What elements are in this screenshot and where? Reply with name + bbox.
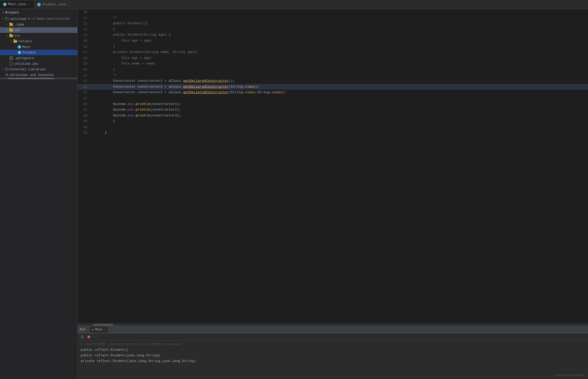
line-gutter [90, 84, 95, 90]
sidebar-scrollbar-thumb [8, 78, 54, 79]
line-gutter [90, 124, 95, 130]
gitignore-icon: ⊘ [9, 56, 13, 60]
tree-item-out[interactable]: ▸ out [0, 27, 77, 33]
tree-item-extlib[interactable]: ▸ External Libraries [0, 66, 77, 72]
line-code: /* [95, 15, 588, 21]
line-code: public Student(){ [95, 21, 588, 26]
line-code: } [95, 130, 588, 136]
tree-label-gitignore: .gitignore [14, 56, 34, 60]
line-number: 30 [78, 124, 90, 130]
arrow-student [13, 50, 17, 55]
tab-bar: J Main.java ✕ J Student.java [0, 0, 588, 9]
line-gutter [90, 32, 95, 38]
tab-main-close[interactable]: ✕ [27, 2, 31, 6]
line-code: this.age = age; [95, 38, 588, 44]
folder-icon-src [9, 34, 13, 38]
bottom-tab-label: Main [95, 328, 103, 331]
tab-main-label: Main.java [8, 2, 26, 6]
arrow-scratches [1, 73, 5, 77]
tree-label-untitled: untitled [10, 17, 26, 21]
output-line: public reflect.Student(java.lang.String) [81, 353, 585, 358]
table-row: 27 System.out.println(constructor2); [78, 107, 588, 113]
table-row: 18 this.age = age; [78, 55, 588, 61]
more-button[interactable]: ··· [93, 334, 98, 340]
line-number: 18 [78, 55, 90, 61]
tree-label-iml: untitled.iml [14, 62, 38, 66]
arrow-extlib: ▸ [1, 67, 5, 71]
tree-item-untitled[interactable]: ▾ untitled D:\1-Demo\Java\untitled [0, 16, 77, 22]
tree-item-reflect[interactable]: ▾ reflect [0, 38, 77, 44]
tree-item-gitignore[interactable]: ⊘ .gitignore [0, 55, 77, 61]
table-row: 23 Constructor constructor2 = aClass.get… [78, 84, 588, 90]
arrow-untitled: ▾ [1, 17, 5, 21]
line-code: Constructor constructor3 = aClass.getDec… [95, 90, 588, 96]
bottom-panel: Run ▶ Main ✕ ··· [78, 326, 588, 379]
tab-main[interactable]: J Main.java ✕ [0, 1, 34, 8]
tree-item-iml[interactable]: i untitled.iml [0, 61, 77, 66]
stop-button[interactable] [86, 334, 91, 340]
svg-rect-0 [6, 18, 9, 20]
extlib-icon [5, 67, 9, 71]
line-number: 26 [78, 101, 90, 107]
rerun-button[interactable] [80, 334, 85, 340]
arrow-gitignore [5, 56, 9, 60]
watermark: CSDN @UmVfX1BvaW50 [555, 374, 585, 377]
tree-label-scratches: Scratches and Consoles [10, 73, 54, 77]
content-panel: 10 11 /* 12 [78, 9, 588, 379]
line-code: Constructor constructor2 = aClass.getDec… [95, 84, 588, 90]
bottom-tab-close[interactable]: ✕ [104, 328, 105, 331]
line-code: */ [95, 73, 588, 78]
svg-point-9 [8, 75, 9, 76]
table-row: 25 [78, 96, 588, 101]
table-row: 16 } [78, 44, 588, 50]
bottom-tab-main[interactable]: ▶ Main ✕ [90, 327, 108, 333]
arrow-src: ▾ [5, 34, 9, 38]
svg-rect-1 [6, 17, 7, 18]
arrow-out: ▸ [5, 28, 9, 32]
tab-student-label: Student.java [42, 3, 66, 6]
tree-item-idea[interactable]: ▸ .idea [0, 22, 77, 27]
line-code [95, 96, 588, 101]
bottom-output[interactable]: C:\Users\联想\.jdks\corretto-1.8.0_382\bin… [78, 341, 588, 379]
line-gutter [90, 38, 95, 44]
line-number: 14 [78, 32, 90, 38]
line-number: 27 [78, 107, 90, 113]
table-row: 31 } [78, 130, 588, 136]
tree-item-scratches[interactable]: Scratches and Consoles [0, 72, 77, 78]
table-row: 17 private Student(String name, String a… [78, 49, 588, 55]
tree-label-main-file: Main [22, 45, 30, 49]
table-row: 28 System.out.println(constructor3); [78, 113, 588, 119]
line-gutter [90, 55, 95, 61]
line-number: 23 [78, 84, 90, 90]
table-row: 11 /* [78, 15, 588, 21]
tree-path-untitled: D:\1-Demo\Java\untitled [27, 17, 70, 21]
code-table: 10 11 /* 12 [78, 9, 588, 136]
tree-item-src[interactable]: ▾ src [0, 33, 77, 38]
tree-item-main-file[interactable]: J Main [0, 44, 77, 50]
editor-scrollbar [78, 323, 588, 326]
sidebar: ▾ Project ▾ untitled D:\1-Demo\Java\unti… [0, 9, 78, 379]
run-tab-icon: ▶ [92, 328, 94, 331]
line-code: System.out.println(constructor3); [95, 113, 588, 119]
line-code: } [95, 44, 588, 50]
chevron-down-icon: ▾ [3, 11, 4, 14]
tab-student[interactable]: J Student.java [34, 1, 69, 8]
table-row: 24 Constructor constructor3 = aClass.get… [78, 90, 588, 96]
output-line: public reflect.Student() [81, 347, 585, 353]
table-row: 30 [78, 124, 588, 130]
folder-icon-idea [9, 22, 13, 26]
project-header[interactable]: ▾ Project [0, 9, 77, 16]
scratches-icon [5, 73, 9, 77]
line-number: 31 [78, 130, 90, 136]
line-gutter [90, 101, 95, 107]
tree-item-student-file[interactable]: J Student [0, 50, 77, 55]
line-gutter [90, 107, 95, 113]
code-editor[interactable]: 10 11 /* 12 [78, 9, 588, 323]
line-number: 21 [78, 73, 90, 78]
java-icon-2: J [37, 3, 41, 6]
line-gutter [90, 21, 95, 26]
line-number: 13 [78, 26, 90, 32]
arrow-idea: ▸ [5, 22, 9, 26]
output-line: private reflect.Student(java.lang.String… [81, 358, 585, 364]
table-row: 13 } [78, 26, 588, 32]
